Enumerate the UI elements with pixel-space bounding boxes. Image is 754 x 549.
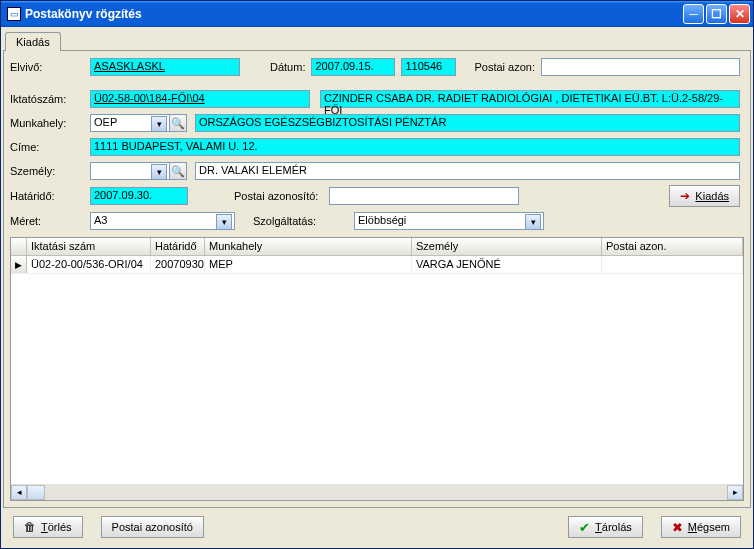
label-meret: Méret:	[10, 215, 90, 227]
cell-szemely: VARGA JENŐNÉ	[412, 256, 602, 273]
cell-postai	[602, 256, 743, 273]
col-munkahely[interactable]: Munkahely	[205, 238, 412, 255]
client-area: Kiadás Elvivő: ASASKLASKL Dátum: 2007.09…	[1, 27, 753, 548]
app-window: ▭ Postakönyv rögzítés ─ ☐ ✕ Kiadás Elviv…	[0, 0, 754, 549]
megsem-button[interactable]: ✖ Mégsem	[661, 516, 741, 538]
label-hatarido: Határidő:	[10, 190, 90, 202]
scroll-left-icon[interactable]: ◂	[11, 485, 27, 500]
footer: 🗑 Törlés Postai azonosító ✔ Tárolás ✖ Mé…	[3, 508, 751, 546]
field-postai-azonosito[interactable]	[329, 187, 519, 205]
tarolas-button[interactable]: ✔ Tárolás	[568, 516, 643, 538]
cell-iktatasi: Ü02-20-00/536-ORI/04	[27, 256, 151, 273]
horizontal-scrollbar[interactable]: ◂ ▸	[11, 484, 743, 500]
label-datum: Dátum:	[270, 61, 305, 73]
torles-button[interactable]: 🗑 Törlés	[13, 516, 83, 538]
arrow-right-icon: ➔	[680, 189, 690, 203]
cell-munkahely: MEP	[205, 256, 412, 273]
label-postai-azon: Postai azon:	[474, 61, 535, 73]
tarolas-button-label: Tárolás	[595, 521, 632, 533]
window-buttons: ─ ☐ ✕	[683, 4, 750, 24]
magnifier-icon: 🔍	[171, 165, 185, 178]
label-szolgaltatas: Szolgáltatás:	[253, 215, 348, 227]
lookup-munkahely-button[interactable]: 🔍	[169, 114, 187, 132]
postai-azonosito-button[interactable]: Postai azonosító	[101, 516, 204, 538]
col-hatarido[interactable]: Határidő	[151, 238, 205, 255]
col-iktatasi[interactable]: Iktatási szám	[27, 238, 151, 255]
field-szolgaltatas[interactable]: Elöbbségi	[354, 212, 544, 230]
kiadas-button[interactable]: ➔ Kiadás	[669, 185, 740, 207]
grid-header: Iktatási szám Határidő Munkahely Személy…	[11, 238, 743, 256]
maximize-button[interactable]: ☐	[706, 4, 727, 24]
field-iktatoszam[interactable]: Ü02-58-00\184-FŐI\04	[90, 90, 310, 108]
label-postai-azonosito: Postai azonosító:	[234, 190, 329, 202]
window-title: Postakönyv rögzítés	[25, 7, 683, 21]
field-cime[interactable]: 1111 BUDAPEST, VALAMI U. 12.	[90, 138, 740, 156]
field-munkahely-desc: ORSZÁGOS EGÉSZSÉGBIZTOSÍTÁSI PÉNZTÁR	[195, 114, 740, 132]
row-indicator-icon: ▶	[11, 256, 27, 273]
kiadas-button-label: Kiadás	[695, 190, 729, 202]
x-icon: ✖	[672, 520, 683, 535]
field-hatarido[interactable]: 2007.09.30.	[90, 187, 188, 205]
trash-icon: 🗑	[24, 520, 36, 534]
label-cime: Címe:	[10, 141, 90, 153]
field-munkahely[interactable]: OEP	[90, 114, 170, 132]
scroll-right-icon[interactable]: ▸	[727, 485, 743, 500]
minimize-button[interactable]: ─	[683, 4, 704, 24]
torles-button-label: Törlés	[41, 521, 72, 533]
results-grid: Iktatási szám Határidő Munkahely Személy…	[10, 237, 744, 501]
grid-header-stub	[11, 238, 27, 255]
col-postai[interactable]: Postai azon.	[602, 238, 743, 255]
field-iktato-desc: CZINDER CSABA DR. RADIET RADIOLÓGIAI , D…	[320, 90, 740, 108]
field-postai-azon[interactable]	[541, 58, 740, 76]
close-button[interactable]: ✕	[729, 4, 750, 24]
field-szemely-code[interactable]	[90, 162, 170, 180]
lookup-szemely-button[interactable]: 🔍	[169, 162, 187, 180]
field-datum[interactable]: 2007.09.15.	[311, 58, 395, 76]
label-munkahely: Munkahely:	[10, 117, 90, 129]
label-iktatoszam: Iktatószám:	[10, 93, 90, 105]
col-szemely[interactable]: Személy	[412, 238, 602, 255]
megsem-button-label: Mégsem	[688, 521, 730, 533]
table-row[interactable]: ▶ Ü02-20-00/536-ORI/04 20070930 MEP VARG…	[11, 256, 743, 274]
field-meret[interactable]: A3	[90, 212, 235, 230]
field-szemely-name[interactable]: DR. VALAKI ELEMÉR	[195, 162, 740, 180]
label-szemely: Személy:	[10, 165, 90, 177]
tab-kiadas[interactable]: Kiadás	[5, 32, 61, 51]
label-elvivo: Elvivő:	[10, 61, 90, 73]
cell-hatarido: 20070930	[151, 256, 205, 273]
postai-azonosito-button-label: Postai azonosító	[112, 521, 193, 533]
form-panel: Elvivő: ASASKLASKL Dátum: 2007.09.15. 11…	[3, 50, 751, 508]
magnifier-icon: 🔍	[171, 117, 185, 130]
check-icon: ✔	[579, 520, 590, 535]
tabs: Kiadás	[3, 29, 751, 51]
grid-empty-area	[11, 274, 743, 484]
scroll-thumb[interactable]	[27, 485, 45, 500]
form-icon: ▭	[7, 7, 21, 21]
field-ido[interactable]: 110546	[401, 58, 456, 76]
titlebar: ▭ Postakönyv rögzítés ─ ☐ ✕	[1, 1, 753, 27]
field-elvivo[interactable]: ASASKLASKL	[90, 58, 240, 76]
